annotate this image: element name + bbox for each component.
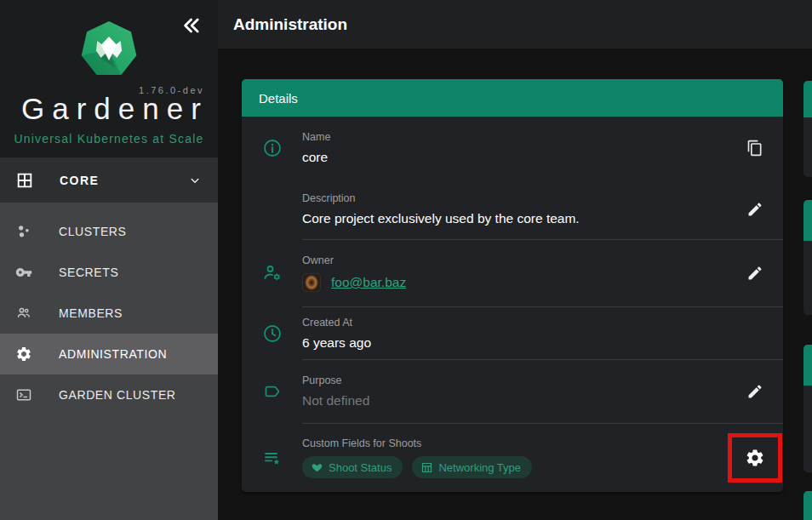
clipped-card-header	[803, 491, 812, 520]
description-value: Core project exclusively used by the cor…	[302, 211, 727, 226]
table-icon	[420, 461, 433, 474]
gear-icon	[15, 346, 32, 363]
description-label: Description	[302, 192, 727, 204]
edit-purpose-button[interactable]	[740, 376, 770, 407]
pencil-icon	[746, 201, 763, 218]
sidebar-collapse-button[interactable]	[179, 14, 203, 37]
sidebar-item-label: ADMINISTRATION	[59, 347, 167, 361]
project-selector-label: CORE	[60, 174, 187, 187]
purpose-label: Purpose	[302, 374, 727, 386]
copy-name-button[interactable]	[740, 133, 770, 163]
custom-fields-label: Custom Fields for Shoots	[302, 437, 727, 449]
purpose-row: Purpose Not defined	[242, 360, 783, 423]
chip-shoot-status: Shoot Status	[302, 456, 403, 478]
sidebar-item-label: GARDEN CLUSTER	[59, 388, 176, 402]
chevron-down-icon	[187, 173, 203, 188]
custom-fields-row: Custom Fields for Shoots Shoot Status	[242, 424, 783, 492]
terminal-icon	[15, 386, 32, 403]
sidebar-item-garden-cluster[interactable]: GARDEN CLUSTER	[0, 374, 218, 415]
details-card-body: Name core	[242, 117, 783, 492]
details-card-title: Details	[259, 91, 298, 106]
sidebar-item-label: MEMBERS	[59, 306, 123, 320]
sidebar: 1.76.0-dev Gardener Universal Kubernetes…	[0, 0, 218, 520]
brand-tagline: Universal Kubernetes at Scale	[14, 132, 204, 146]
label-icon	[262, 381, 283, 402]
chip-label: Networking Type	[438, 461, 521, 474]
page-content: Details Name	[218, 49, 812, 520]
clipped-card-body	[803, 117, 812, 177]
description-row: Description Core project exclusively use…	[242, 179, 783, 239]
sidebar-item-label: SECRETS	[59, 266, 118, 279]
created-at-label: Created At	[302, 317, 727, 329]
gear-icon	[745, 448, 765, 468]
main-area: Administration Details	[218, 0, 812, 520]
details-card-header: Details	[242, 79, 783, 117]
owner-label: Owner	[302, 254, 727, 266]
people-icon	[15, 305, 32, 322]
chip-networking-type: Networking Type	[412, 456, 532, 478]
clipped-side-cards	[803, 49, 812, 520]
brand-title: Gardener	[14, 92, 204, 126]
clipped-card-header	[803, 200, 812, 241]
info-icon	[262, 138, 283, 158]
manage-accounts-icon	[262, 263, 283, 283]
sidebar-item-administration[interactable]: ADMINISTRATION	[0, 334, 218, 374]
gardener-logo	[78, 19, 140, 80]
clipped-card-header	[803, 345, 812, 386]
name-row: Name core	[242, 117, 783, 179]
sidebar-item-members[interactable]: MEMBERS	[0, 293, 218, 334]
list-star-icon	[262, 448, 283, 468]
owner-avatar	[302, 273, 321, 292]
project-selector-core[interactable]: CORE	[0, 157, 218, 203]
purpose-value: Not defined	[302, 393, 727, 409]
app-window: 1.76.0-dev Gardener Universal Kubernetes…	[0, 0, 812, 520]
created-at-row: Created At 6 years ago	[242, 307, 783, 359]
owner-row: Owner foo@bar.baz	[242, 240, 783, 306]
clipped-card-body	[803, 386, 812, 472]
red-highlight-annotation	[728, 433, 782, 483]
clusters-icon	[15, 223, 32, 240]
page-title: Administration	[233, 15, 347, 34]
configure-custom-fields-button[interactable]	[740, 443, 770, 473]
edit-owner-button[interactable]	[740, 258, 770, 289]
sidebar-branding: 1.76.0-dev Gardener Universal Kubernetes…	[0, 0, 218, 157]
sidebar-item-secrets[interactable]: SECRETS	[0, 252, 218, 293]
created-at-value: 6 years ago	[302, 335, 727, 351]
details-card: Details Name	[242, 79, 783, 492]
sidebar-item-label: CLUSTERS	[59, 225, 126, 238]
sidebar-menu: CLUSTERS SECRETS MEMBERS	[0, 203, 218, 520]
edit-description-button[interactable]	[740, 194, 770, 225]
copy-icon	[746, 140, 763, 157]
pencil-icon	[746, 265, 763, 282]
name-label: Name	[302, 131, 727, 143]
chevron-double-left-icon	[179, 14, 203, 37]
top-bar: Administration	[218, 0, 812, 49]
name-value: core	[302, 150, 727, 165]
clock-icon	[262, 323, 283, 344]
owner-email-link[interactable]: foo@bar.baz	[331, 275, 406, 290]
heart-icon	[311, 461, 323, 474]
sidebar-item-clusters[interactable]: CLUSTERS	[0, 211, 218, 252]
clipped-card-header	[803, 81, 812, 117]
key-icon	[15, 264, 32, 281]
pencil-icon	[746, 383, 763, 400]
chip-label: Shoot Status	[329, 461, 392, 474]
clipped-card-body	[803, 241, 812, 315]
grid-icon	[15, 171, 34, 190]
